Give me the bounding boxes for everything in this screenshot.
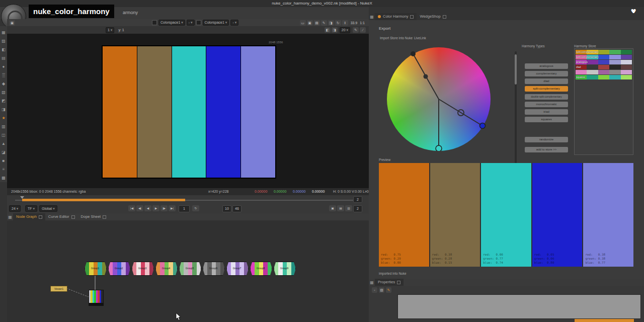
input-a-toggle[interactable] [152,20,157,25]
properties-grid-icon[interactable]: ▨ [379,287,384,293]
toolbar-channel-icon[interactable]: ▤ [1,54,7,62]
colorspace-a-select[interactable]: Colorspace1 [158,20,185,26]
range-mode-select[interactable]: Global [39,205,57,212]
viewer-zoom-value[interactable]: 33.9 [351,21,358,25]
colorspace-b-extra-select[interactable]: - [230,20,238,26]
toolbar-all-plugins-icon[interactable]: ≡ [1,165,7,174]
export-menu[interactable]: Export [379,26,390,31]
group-node-3[interactable]: Group3 [132,262,153,275]
tab-close-icon[interactable] [443,15,446,19]
viewer-gain-value[interactable]: 20 [340,27,350,33]
play-backward-button[interactable]: ◀ [144,205,151,211]
toolbar-merge-icon[interactable]: ▧ [1,88,7,97]
tab-close-icon[interactable] [103,215,106,219]
frame-range-bar[interactable] [22,199,185,201]
viewer-viewport[interactable]: 2048 1556 [7,34,369,188]
slider-value-box[interactable]: 2 [353,196,362,203]
toolbar-extra-icon[interactable]: ▩ [1,174,7,182]
viewer-guides-icon[interactable]: ▤ [314,20,320,26]
viewer-refresh-icon[interactable]: ↻ [335,20,341,26]
toolbar-keyer-icon[interactable]: ◆ [1,79,7,88]
store-palette-1[interactable]: split-complementary [576,50,632,54]
timeline-lock-icon[interactable]: ▣ [329,205,336,211]
group-node-2[interactable]: Group2 [108,262,129,275]
properties-edit-icon[interactable]: ✎ [386,287,391,293]
viewer-gain-low-icon[interactable]: ◧ [325,27,331,33]
viewer-wipe-icon[interactable]: ▭ [300,20,306,26]
properties-empty-bin[interactable] [397,294,641,319]
toolbar-filter-icon[interactable]: ▒ [1,71,7,79]
prev-keyframe-button[interactable]: ◀| [136,205,143,211]
node-graph-canvas[interactable]: Group1 Group2 Group3 Group4 Group5 Group… [7,220,369,322]
timeline-options-icon[interactable]: ▥ [345,205,352,211]
tf-select[interactable]: TF [25,205,37,212]
type-squares-button[interactable]: squares [525,117,568,122]
livelink-button[interactable]: LiveLink [414,36,426,40]
store-palette-4[interactable]: diad [576,65,632,69]
tab-properties[interactable]: Properties [375,279,404,286]
store-palette-3[interactable]: analogous [576,60,632,64]
timeline-sync-icon[interactable]: ▤ [337,205,344,211]
current-frame-input[interactable]: 1 [179,205,190,212]
panel-scrollbar-thumb[interactable] [515,54,517,85]
toolbar-views-icon[interactable]: ◫ [1,131,7,139]
viewer-gain-high-icon[interactable]: ◨ [332,27,338,33]
goto-start-button[interactable]: |◀ [128,205,135,211]
color-wheel[interactable] [387,47,491,151]
fps-select[interactable]: 24 [9,205,21,212]
add-to-store-button[interactable]: add to store >> [525,147,568,152]
store-palette-5[interactable] [576,70,632,74]
harmony-handle-blue[interactable] [480,123,486,129]
playhead-marker[interactable] [20,196,24,199]
toolbar-transform-icon[interactable]: ◩ [1,97,7,105]
menu-item-partial[interactable]: armony [123,10,138,15]
range-out-input[interactable]: 46 [232,205,242,212]
tab-close-icon[interactable] [71,215,75,219]
viewer-roi-icon[interactable]: ✎ [321,20,327,26]
toolbar-3d-icon[interactable]: ◨ [1,105,7,114]
group-node-8[interactable]: Group8 [250,262,271,275]
type-triad-button[interactable]: triad [525,109,568,115]
colorspace-a-extra-select[interactable]: - [187,20,195,26]
colorbars-node[interactable] [89,290,104,306]
toolbar-image-icon[interactable]: ▦ [1,28,7,37]
group-node-1[interactable]: Group1 [85,262,106,275]
group-node-6[interactable]: Group6 [203,262,224,275]
goto-end-button[interactable]: ▶| [169,205,176,211]
harmony-handle-top[interactable] [411,51,416,56]
panel-menu-icon[interactable]: ▦ [369,280,375,285]
toolbar-draw-icon[interactable]: ▨ [1,37,7,45]
tab-close-icon[interactable] [39,215,42,219]
panel-menu-icon[interactable]: ▦ [7,215,13,219]
viewer1-node[interactable]: Viewer1 [50,286,67,292]
tab-close-icon[interactable] [397,281,400,284]
input-b-toggle[interactable] [196,20,201,25]
tab-close-icon[interactable] [410,15,414,19]
play-forward-button[interactable]: ▶ [152,205,159,211]
import-store-button[interactable]: Import Store into Nuke [380,36,413,40]
harmony-handle-inner[interactable] [424,74,428,79]
type-split-complementary-button[interactable]: split-complementary [525,86,568,92]
viewer-checker-icon[interactable]: ▣ [307,20,313,26]
toolbar-color-icon[interactable]: ● [1,62,7,71]
type-analogous-button[interactable]: analogous [525,63,568,69]
tab-color-harmony[interactable]: Color Harmony [375,13,417,20]
type-monochromatic-button[interactable]: monochromatic [525,102,568,107]
viewer-frame-input[interactable]: 1 [106,27,114,33]
viewer-layer-icon[interactable]: ▣ [9,20,15,26]
toolbar-particles-icon[interactable]: ★ [1,114,7,122]
type-diad-button[interactable]: diad [525,78,568,84]
timeline-end-value[interactable]: 2 [353,205,362,212]
tab-wedgeshop[interactable]: WedgeShop [417,13,449,20]
toolbar-toolsets-icon[interactable]: ◪ [1,148,7,156]
infobar-expand-caret[interactable]: ▾ [365,188,367,195]
tab-dope-sheet[interactable]: Dope Sheet [78,213,110,220]
store-palette-2[interactable]: split-complementary [576,55,632,59]
next-keyframe-button[interactable]: |▶ [160,205,168,211]
group-node-4[interactable]: Group4 [155,262,177,275]
toolbar-deep-icon[interactable]: ▥ [1,122,7,131]
loop-mode-button[interactable]: ↻ [192,205,199,211]
store-palette-6[interactable]: squares [576,75,632,79]
randomize-button[interactable]: randomize [525,137,568,142]
viewer-slash-icon[interactable]: ∕ [360,27,366,33]
